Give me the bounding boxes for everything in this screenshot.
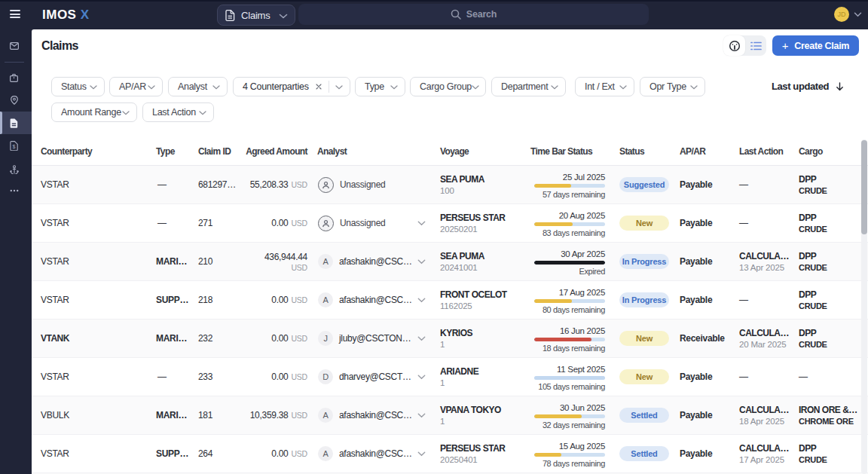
svg-text:$: $ <box>13 143 16 148</box>
